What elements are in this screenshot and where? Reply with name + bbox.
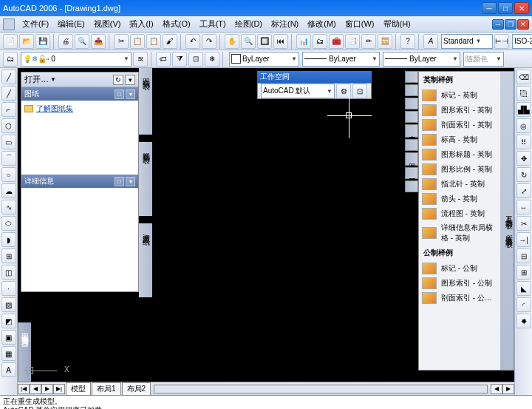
ellipsearc-tool[interactable]: ◗ xyxy=(1,232,16,247)
fillet-tool[interactable]: ◜ xyxy=(516,297,531,312)
redo-button[interactable]: ↷ xyxy=(202,34,216,49)
section-menu-icon[interactable]: ▾ xyxy=(126,177,135,186)
layer-manager-button[interactable]: 🗂 xyxy=(3,52,18,67)
tab-prev-button[interactable]: ◀ xyxy=(30,384,41,394)
new-button[interactable]: 📄 xyxy=(3,34,18,49)
list-item[interactable]: 详细信息布局横格 - 英制 xyxy=(419,221,500,245)
layer-freeze-button[interactable]: ❄ xyxy=(205,52,219,67)
palette-tab-sheets[interactable]: 图纸列表 xyxy=(139,68,152,135)
menu-file[interactable]: 文件(F) xyxy=(18,17,53,31)
menu-draw[interactable]: 绘图(D) xyxy=(231,17,267,31)
menu-tools[interactable]: 工具(T) xyxy=(195,17,231,31)
table-tool[interactable]: ▦ xyxy=(1,346,16,361)
help-button[interactable]: ? xyxy=(400,34,415,49)
doc-close-button[interactable]: ✕ xyxy=(517,19,529,30)
block-tool[interactable]: ◫ xyxy=(1,265,16,280)
gradient-tool[interactable]: ◩ xyxy=(1,314,16,328)
list-item[interactable]: 标高 - 英制 xyxy=(419,132,500,147)
copy-tool[interactable]: ⿻ xyxy=(516,86,531,101)
zoom-prev-button[interactable]: ⏮ xyxy=(273,34,288,49)
layer-isolate-button[interactable]: ⊡ xyxy=(188,52,203,67)
minimize-button[interactable]: ─ xyxy=(482,2,497,14)
close-button[interactable]: ✕ xyxy=(514,2,529,14)
hatch-tool[interactable]: ▨ xyxy=(1,297,16,312)
section-collapse-icon[interactable]: □ xyxy=(115,177,124,186)
sheetset-button[interactable]: 📑 xyxy=(345,34,360,49)
array-tool[interactable]: ⠿ xyxy=(516,135,531,149)
polyline-tool[interactable]: ⌐ xyxy=(1,102,16,117)
dim-style-combo[interactable]: ISO-25▼ xyxy=(512,34,532,49)
erase-tool[interactable]: ⌫ xyxy=(516,70,531,84)
tab-last-button[interactable]: ▶| xyxy=(53,384,65,394)
doc-restore-button[interactable]: ❐ xyxy=(505,19,516,30)
layer-combo[interactable]: 💡❄🔓▫ 0▼ xyxy=(21,52,132,67)
list-item[interactable]: 图形比例 - 英制 xyxy=(419,162,500,177)
explode-tool[interactable]: ✸ xyxy=(516,314,531,328)
palette-header[interactable]: 打开… ▼ ↻ ▾ xyxy=(21,72,138,87)
rectangle-tool[interactable]: ▭ xyxy=(1,135,16,149)
tab-electrical[interactable]: 电力 xyxy=(405,111,418,123)
list-item[interactable]: 标记 - 公制 xyxy=(419,261,500,276)
menu-format[interactable]: 格式(O) xyxy=(158,17,195,31)
section-menu-icon[interactable]: ▾ xyxy=(126,89,135,99)
color-combo[interactable]: ByLayer▼ xyxy=(229,52,299,67)
section-sheets-header[interactable]: 图纸 □ ▾ xyxy=(21,87,138,101)
arc-tool[interactable]: ⌒ xyxy=(1,151,16,166)
menu-window[interactable]: 窗口(W) xyxy=(341,17,379,31)
menu-help[interactable]: 帮助(H) xyxy=(379,17,415,31)
list-item[interactable]: 指北针 - 英制 xyxy=(419,177,500,192)
section-details-header[interactable]: 详细信息 □ ▾ xyxy=(21,175,138,188)
plotstyle-combo[interactable]: 随颜色▼ xyxy=(463,52,504,67)
ellipse-tool[interactable]: ⬭ xyxy=(1,216,16,231)
markup-button[interactable]: ✏ xyxy=(361,34,376,49)
list-item[interactable]: 剖面索引 - 公… xyxy=(419,291,500,305)
xline-tool[interactable]: ╱ xyxy=(1,86,16,101)
list-item[interactable]: 图形索引 - 英制 xyxy=(419,103,500,118)
plot-button[interactable]: 🖨 xyxy=(58,34,73,49)
point-tool[interactable]: · xyxy=(1,281,16,296)
properties-button[interactable]: 📊 xyxy=(296,34,311,49)
copy-button[interactable]: 📋 xyxy=(130,34,145,49)
tab-commands[interactable]: 命令 xyxy=(405,180,418,192)
zoom-button[interactable]: 🔍 xyxy=(241,34,256,49)
doc-minimize-button[interactable]: ─ xyxy=(492,19,504,30)
extend-tool[interactable]: →| xyxy=(516,232,531,247)
layer-filter-button[interactable]: ⧩ xyxy=(172,52,187,67)
tab-layout1[interactable]: 布局1 xyxy=(92,382,121,395)
match-button[interactable]: 🖌 xyxy=(163,34,177,49)
tab-structural[interactable]: 结构 xyxy=(405,139,418,151)
tab-first-button[interactable]: |◀ xyxy=(18,384,30,394)
line-tool[interactable]: ╱ xyxy=(1,70,16,84)
menu-view[interactable]: 视图(V) xyxy=(89,17,126,31)
rotate-tool[interactable]: ↻ xyxy=(516,167,531,182)
tab-hatch[interactable]: 图案填充 xyxy=(405,152,418,166)
circle-tool[interactable]: ○ xyxy=(1,167,16,182)
layer-prev-button[interactable]: ≋ xyxy=(133,52,148,67)
mtext-tool[interactable]: A xyxy=(1,362,16,377)
palette-tab-resources[interactable]: 资源图纸 xyxy=(139,223,152,297)
palette-tab-views[interactable]: 视图列表 xyxy=(139,142,152,216)
move-tool[interactable]: ✥ xyxy=(516,151,531,166)
pan-button[interactable]: ✋ xyxy=(225,34,239,49)
mirror-tool[interactable]: ▟▙ xyxy=(516,102,531,117)
list-item[interactable]: 图形标题 - 英制 xyxy=(419,147,500,162)
polygon-tool[interactable]: ⬡ xyxy=(1,118,16,133)
toolpalettes-button[interactable]: 🧰 xyxy=(329,34,344,49)
preview-button[interactable]: 🔍 xyxy=(75,34,89,49)
list-item[interactable]: 图形索引 - 公制 xyxy=(419,276,500,291)
tab-tools[interactable]: 工具 xyxy=(405,167,418,179)
list-item[interactable]: 标记 - 英制 xyxy=(419,88,500,103)
hscroll-thumb[interactable] xyxy=(154,385,488,393)
palette-refresh-button[interactable]: ↻ xyxy=(113,75,123,85)
paste-button[interactable]: 📋 xyxy=(146,34,161,49)
revcloud-tool[interactable]: ☁ xyxy=(1,183,16,198)
tab-model[interactable]: 模型 xyxy=(66,382,91,395)
tab-architecture[interactable]: 建筑 xyxy=(405,84,418,96)
list-item[interactable]: 剖面索引 - 英制 xyxy=(419,118,500,132)
calc-button[interactable]: 🧮 xyxy=(378,34,392,49)
list-item[interactable]: 箭头 - 英制 xyxy=(419,192,500,206)
chamfer-tool[interactable]: ◣ xyxy=(516,281,531,296)
hscroll-right-button[interactable]: ▶ xyxy=(502,384,514,394)
trim-tool[interactable]: ✂ xyxy=(516,216,531,231)
maximize-button[interactable]: □ xyxy=(498,2,513,14)
